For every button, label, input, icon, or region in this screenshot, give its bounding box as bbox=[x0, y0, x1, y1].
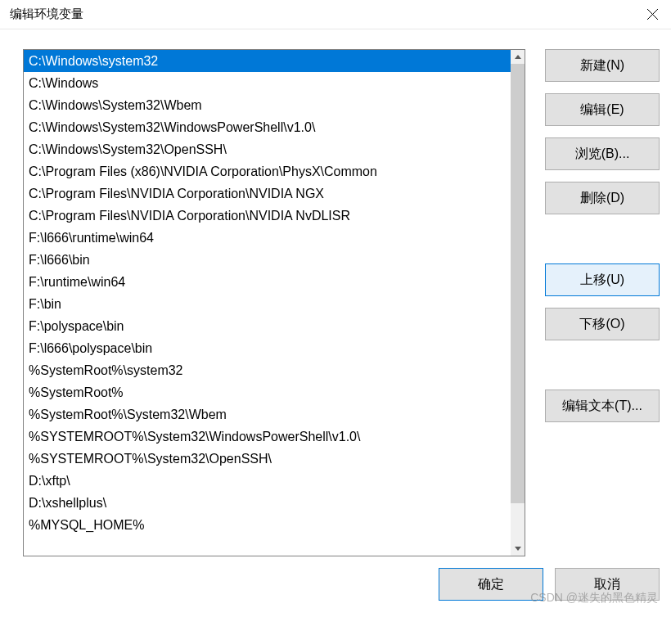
list-item[interactable]: %SystemRoot%\system32 bbox=[24, 359, 511, 381]
close-button[interactable] bbox=[633, 0, 671, 29]
vertical-scrollbar[interactable] bbox=[511, 50, 525, 556]
close-icon bbox=[647, 9, 658, 20]
path-listbox[interactable]: C:\Windows\system32C:\WindowsC:\Windows\… bbox=[23, 49, 525, 556]
move-up-button[interactable]: 上移(U) bbox=[545, 263, 660, 296]
list-item[interactable]: C:\Windows\System32\WindowsPowerShell\v1… bbox=[24, 116, 511, 138]
scroll-up-icon[interactable] bbox=[511, 50, 525, 64]
list-item[interactable]: %SYSTEMROOT%\System32\WindowsPowerShell\… bbox=[24, 426, 511, 448]
list-item[interactable]: C:\Program Files (x86)\NVIDIA Corporatio… bbox=[24, 160, 511, 182]
scrollbar-track[interactable] bbox=[511, 64, 525, 542]
move-down-button[interactable]: 下移(O) bbox=[545, 308, 660, 340]
list-item[interactable]: D:\xftp\ bbox=[24, 470, 511, 492]
list-item[interactable]: C:\Windows\System32\Wbem bbox=[24, 94, 511, 116]
titlebar: 编辑环境变量 bbox=[0, 0, 671, 29]
dialog-content: C:\Windows\system32C:\WindowsC:\Windows\… bbox=[0, 29, 671, 556]
delete-button[interactable]: 删除(D) bbox=[545, 182, 660, 214]
list-item[interactable]: F:\bin bbox=[24, 293, 511, 315]
new-button[interactable]: 新建(N) bbox=[545, 49, 660, 82]
edit-text-button[interactable]: 编辑文本(T)... bbox=[545, 390, 660, 422]
list-item[interactable]: %SystemRoot%\System32\Wbem bbox=[24, 403, 511, 426]
browse-button[interactable]: 浏览(B)... bbox=[545, 137, 660, 170]
button-column: 新建(N) 编辑(E) 浏览(B)... 删除(D) 上移(U) 下移(O) 编… bbox=[545, 49, 660, 556]
list-item[interactable]: C:\Windows\system32 bbox=[24, 50, 511, 72]
cancel-button[interactable]: 取消 bbox=[555, 568, 660, 601]
list-item[interactable]: %MYSQL_HOME% bbox=[24, 514, 511, 536]
scroll-down-icon[interactable] bbox=[511, 542, 525, 556]
list-item[interactable]: C:\Program Files\NVIDIA Corporation\NVID… bbox=[24, 205, 511, 227]
list-item[interactable]: %SystemRoot% bbox=[24, 381, 511, 403]
dialog-footer: 确定 取消 CSDN @迷失的黑色精灵 bbox=[0, 556, 671, 601]
list-item[interactable]: C:\Windows bbox=[24, 72, 511, 94]
list-item[interactable]: D:\xshellplus\ bbox=[24, 492, 511, 514]
list-item[interactable]: C:\Program Files\NVIDIA Corporation\NVID… bbox=[24, 182, 511, 205]
list-item[interactable]: F:\l666\polyspace\bin bbox=[24, 337, 511, 359]
ok-button[interactable]: 确定 bbox=[439, 568, 543, 601]
window-title: 编辑环境变量 bbox=[10, 7, 83, 22]
scrollbar-thumb[interactable] bbox=[511, 64, 525, 503]
list-item[interactable]: %SYSTEMROOT%\System32\OpenSSH\ bbox=[24, 448, 511, 470]
list-item[interactable]: F:\runtime\win64 bbox=[24, 271, 511, 293]
edit-button[interactable]: 编辑(E) bbox=[545, 93, 660, 126]
list-item[interactable]: F:\l666\runtime\win64 bbox=[24, 227, 511, 249]
list-item[interactable]: C:\Windows\System32\OpenSSH\ bbox=[24, 138, 511, 160]
list-item[interactable]: F:\polyspace\bin bbox=[24, 315, 511, 337]
list-item[interactable]: F:\l666\bin bbox=[24, 249, 511, 271]
